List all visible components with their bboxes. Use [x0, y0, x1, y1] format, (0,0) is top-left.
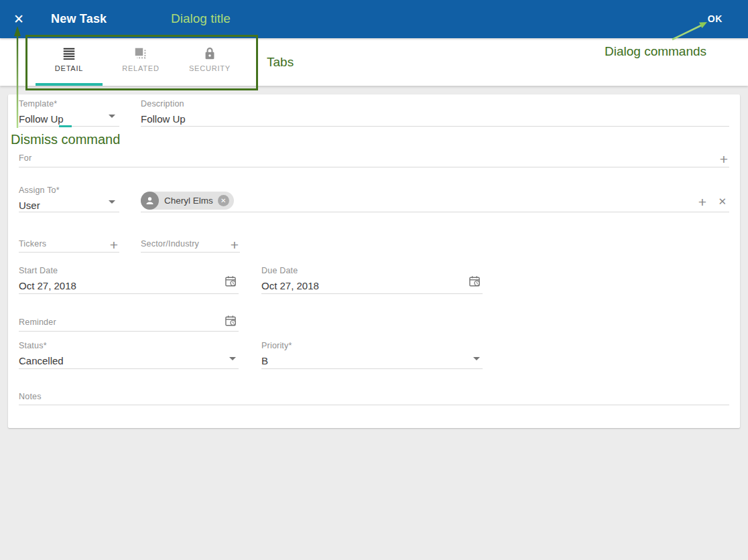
ok-button[interactable]: OK — [708, 13, 723, 24]
reminder-field[interactable]: Reminder — [19, 318, 239, 332]
tickers-field[interactable]: Tickers + — [19, 239, 119, 253]
calendar-clock-icon[interactable] — [224, 314, 237, 330]
description-label: Description — [141, 99, 729, 109]
close-icon[interactable]: ✕ — [11, 11, 27, 27]
assign-to-value: User — [19, 200, 119, 212]
reminder-label: Reminder — [19, 318, 239, 327]
add-icon[interactable]: + — [231, 238, 239, 252]
related-card-icon — [106, 46, 176, 62]
sector-industry-field[interactable]: Sector/Industry + — [141, 239, 240, 253]
focus-indicator — [59, 125, 72, 127]
detail-form-card: Template* Follow Up Description Follow U… — [8, 94, 740, 428]
description-value[interactable]: Follow Up — [141, 113, 729, 125]
chevron-down-icon[interactable] — [109, 115, 115, 118]
dialog-title: New Task — [51, 12, 107, 26]
template-label: Template* — [19, 99, 119, 109]
active-tab-indicator — [36, 83, 103, 86]
tab-detail[interactable]: DETAIL — [34, 38, 104, 86]
add-icon[interactable]: + — [698, 196, 706, 209]
start-date-label: Start Date — [19, 266, 239, 275]
tab-security-label: SECURITY — [175, 64, 245, 72]
tickers-label: Tickers — [19, 239, 119, 249]
calendar-clock-icon[interactable] — [224, 275, 237, 291]
status-label: Status* — [19, 341, 239, 350]
start-date-field[interactable]: Start Date Oct 27, 2018 — [19, 266, 239, 294]
template-value: Follow Up — [19, 113, 119, 125]
chevron-down-icon[interactable] — [473, 357, 480, 360]
dialog-header: ✕ New Task Dialog title OK — [0, 0, 748, 38]
tab-security[interactable]: SECURITY — [175, 38, 245, 86]
for-field[interactable]: For + — [19, 153, 729, 167]
calendar-clock-icon[interactable] — [468, 275, 481, 291]
add-icon[interactable]: + — [720, 153, 728, 166]
notes-field[interactable]: Notes — [19, 392, 729, 405]
sector-industry-label: Sector/Industry — [141, 239, 240, 249]
due-date-field[interactable]: Due Date Oct 27, 2018 — [261, 266, 483, 294]
assign-to-label: Assign To* — [19, 186, 119, 195]
lock-icon — [175, 46, 245, 62]
due-date-value[interactable]: Oct 27, 2018 — [261, 280, 483, 292]
assignee-chips-field[interactable]: Cheryl Elms ✕ + ✕ — [141, 186, 729, 212]
tab-related-label: RELATED — [106, 64, 176, 72]
start-date-value[interactable]: Oct 27, 2018 — [19, 280, 239, 292]
template-select[interactable]: Template* Follow Up — [19, 99, 119, 127]
tab-related[interactable]: RELATED — [106, 38, 176, 86]
avatar — [141, 192, 159, 210]
detail-lines-icon — [34, 46, 104, 62]
tab-bar: DETAIL RELATED SECURITY — [0, 38, 748, 86]
chevron-down-icon[interactable] — [109, 200, 115, 204]
chip-remove-icon[interactable]: ✕ — [218, 195, 229, 206]
notes-label: Notes — [19, 392, 729, 401]
priority-label: Priority* — [261, 341, 483, 350]
new-task-dialog: ✕ New Task Dialog title OK DETAIL RELATE… — [0, 0, 748, 560]
priority-value: B — [261, 355, 483, 367]
status-select[interactable]: Status* Cancelled — [19, 341, 239, 369]
assign-to-select[interactable]: Assign To* User — [19, 186, 119, 212]
status-value: Cancelled — [19, 355, 239, 367]
tab-detail-label: DETAIL — [34, 64, 104, 72]
description-field[interactable]: Description Follow Up — [141, 99, 729, 127]
due-date-label: Due Date — [261, 266, 483, 275]
for-label: For — [19, 153, 729, 163]
annotation-dialog-title: Dialog title — [171, 11, 231, 26]
chevron-down-icon[interactable] — [229, 357, 236, 360]
priority-select[interactable]: Priority* B — [261, 341, 483, 369]
assignee-name: Cheryl Elms — [164, 196, 213, 206]
clear-icon[interactable]: ✕ — [718, 196, 727, 208]
add-icon[interactable]: + — [110, 238, 118, 252]
assignee-chip[interactable]: Cheryl Elms ✕ — [141, 192, 234, 210]
